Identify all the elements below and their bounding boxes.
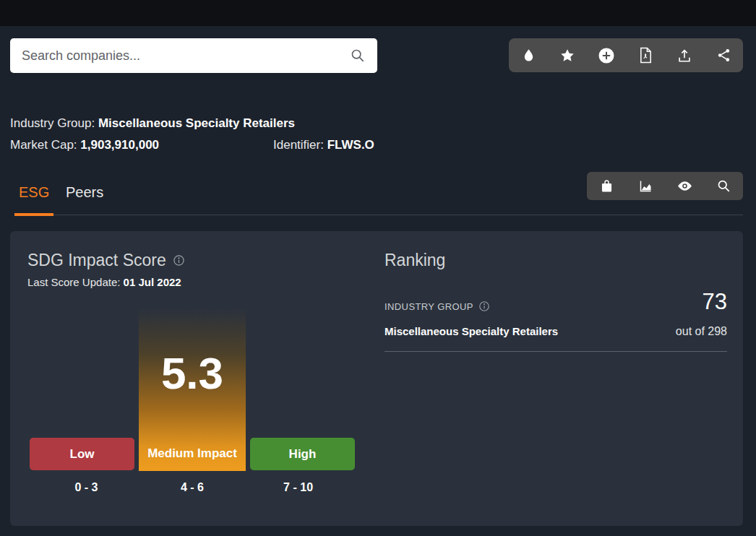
tab-peers[interactable]: Peers (66, 184, 103, 201)
sdg-score-title: SDG Impact Score (27, 251, 166, 270)
industry-group-label: Industry Group: (10, 116, 95, 130)
flame-icon[interactable] (516, 43, 541, 68)
last-score-update: Last Score Update: 01 Jul 2022 (27, 276, 181, 288)
gauge-medium-label: Medium Impact (139, 446, 246, 461)
bag-icon[interactable] (594, 174, 619, 199)
magnifier-icon[interactable] (350, 48, 366, 64)
area-chart-icon[interactable] (633, 174, 658, 199)
gauge-medium-range: 4 - 6 (143, 481, 241, 494)
ranking-value: 73 (703, 289, 727, 315)
tab-esg[interactable]: ESG (19, 184, 49, 201)
search-icon[interactable] (711, 174, 736, 199)
gauge-high-label: High (289, 447, 317, 462)
identifier-value: FLWS.O (327, 138, 374, 152)
last-score-update-label: Last Score Update: (27, 276, 120, 288)
identifier-label: Identifier: (273, 138, 324, 152)
plus-circle-icon[interactable] (594, 43, 619, 68)
pdf-file-icon[interactable] (633, 43, 658, 68)
ranking-title: Ranking (385, 251, 445, 270)
sdg-score-value: 5.3 (161, 351, 223, 396)
ranking-group-row: INDUSTRY GROUP (385, 301, 490, 312)
share-icon[interactable] (711, 43, 736, 68)
market-cap-label: Market Cap: (10, 138, 77, 152)
gauge-high-range: 7 - 10 (241, 481, 355, 494)
eye-icon[interactable] (672, 174, 697, 199)
ranking-group-value: Miscellaneous Specialty Retailers (385, 325, 558, 337)
gauge-high-band: High (250, 438, 355, 470)
gauge-low-range: 0 - 3 (30, 481, 143, 494)
active-tab-underline (14, 213, 53, 216)
ranking-divider (385, 351, 727, 352)
star-icon[interactable] (555, 43, 580, 68)
last-score-update-value: 01 Jul 2022 (124, 276, 181, 288)
gauge-medium-band: 5.3 Medium Impact (139, 309, 246, 471)
identifier-row: Identifier: FLWS.O (273, 138, 374, 152)
sdg-score-header: SDG Impact Score (27, 251, 185, 270)
ranking-out-of: out of 298 (676, 325, 727, 338)
window-top-strip (0, 0, 756, 26)
market-cap-row: Market Cap: 1,903,910,000 (10, 138, 159, 152)
industry-group-row: Industry Group: Miscellaneous Specialty … (10, 116, 295, 131)
ranking-header: Ranking (385, 251, 445, 270)
search-bar (10, 38, 377, 73)
gauge-low-label: Low (70, 447, 95, 462)
upload-icon[interactable] (672, 43, 697, 68)
esg-content-card: SDG Impact Score Last Score Update: 01 J… (10, 231, 743, 526)
gauge-range-row: 0 - 3 4 - 6 7 - 10 (30, 481, 355, 494)
view-toolbar (587, 172, 743, 200)
ranking-group-label: INDUSTRY GROUP (385, 301, 473, 312)
info-icon[interactable] (173, 254, 185, 267)
industry-group-value: Miscellaneous Specialty Retailers (98, 116, 295, 130)
market-cap-value: 1,903,910,000 (80, 138, 159, 152)
tab-baseline (14, 215, 743, 215)
search-input[interactable] (22, 48, 350, 64)
info-icon[interactable] (478, 301, 490, 312)
top-toolbar (509, 38, 743, 72)
gauge-low-band: Low (30, 438, 134, 470)
